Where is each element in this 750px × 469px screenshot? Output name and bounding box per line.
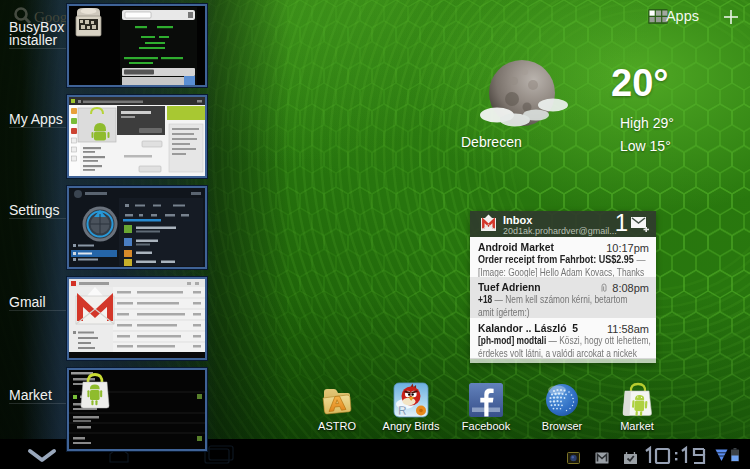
svg-text:R: R <box>398 404 407 418</box>
